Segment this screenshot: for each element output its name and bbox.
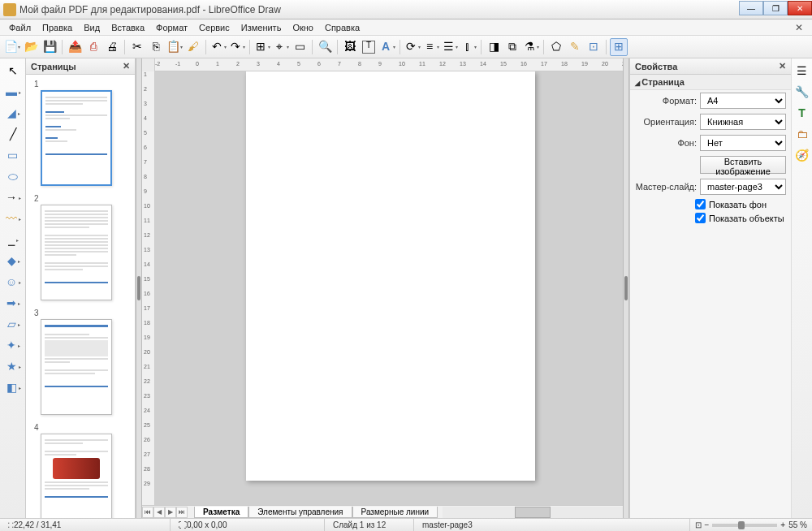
background-select[interactable]: Нет (700, 135, 786, 151)
symbol-shapes-tool[interactable]: ☺ (3, 273, 23, 291)
glue-points-button[interactable]: ⊡ (585, 38, 603, 56)
menu-tools[interactable]: Сервис (193, 21, 235, 34)
distribute-button[interactable]: ⫿ (460, 38, 477, 56)
page-thumb-1[interactable]: 1 (29, 80, 132, 186)
show-draw-functions-button[interactable]: ⊞ (610, 38, 628, 56)
export-pdf-button[interactable]: ⎙ (84, 38, 102, 56)
select-tool[interactable]: ↖ (3, 62, 23, 80)
menu-format[interactable]: Формат (150, 21, 193, 34)
splitter-right[interactable] (623, 58, 629, 518)
properties-panel-close-icon[interactable]: ✕ (779, 61, 786, 71)
fontwork-button[interactable]: A (378, 38, 396, 56)
save-button[interactable]: 💾 (41, 38, 58, 56)
sidebar-styles-icon[interactable]: T (793, 104, 812, 122)
page-thumb-3[interactable]: 3 (29, 309, 132, 415)
helplines-button[interactable]: ▭ (291, 38, 309, 56)
nav-next[interactable]: ▶ (165, 507, 176, 518)
nav-bar: ⏮ ◀ ▶ ⏭ Разметка Элементы управления Раз… (142, 505, 623, 518)
extrusion-button[interactable]: ⬠ (547, 38, 565, 56)
fill-color-tool[interactable]: ▬ (3, 83, 23, 101)
crop-button[interactable]: ⧉ (503, 38, 521, 56)
print-button[interactable]: 🖨 (103, 38, 121, 56)
nav-prev[interactable]: ◀ (153, 507, 165, 518)
scrollbar-horizontal[interactable] (443, 507, 623, 518)
show-objects-checkbox[interactable]: Показать объекты (695, 211, 791, 225)
master-select[interactable]: master-page3 (700, 179, 786, 195)
filter-button[interactable]: ⚗ (522, 38, 540, 56)
zoom-button[interactable]: 🔍 (316, 38, 334, 56)
menu-insert[interactable]: Вставка (106, 21, 150, 34)
flowchart-tool[interactable]: ▱ (3, 315, 23, 333)
section-page[interactable]: Страница (630, 75, 791, 90)
grid-button[interactable]: ⊞ (253, 38, 271, 56)
ruler-vertical: 1234567891011121314151617181920212223242… (142, 71, 155, 505)
arrange-button[interactable]: ☰ (441, 38, 459, 56)
sidebar-settings-icon[interactable]: ☰ (793, 62, 812, 80)
open-button[interactable]: 📂 (22, 38, 40, 56)
line-tool[interactable]: ╱ (3, 125, 23, 143)
connector-tool[interactable]: ⎯ (3, 231, 23, 248)
page-canvas[interactable] (246, 71, 535, 481)
splitter-left[interactable] (136, 58, 142, 518)
zoom-control[interactable]: ⊡ − + 55 % (690, 520, 812, 529)
edit-points-button[interactable]: ✎ (566, 38, 584, 56)
menu-window[interactable]: Окно (287, 21, 319, 34)
nav-last[interactable]: ⏭ (176, 507, 188, 518)
textbox-button[interactable]: T (360, 38, 378, 56)
redo-button[interactable]: ↷ (228, 38, 246, 56)
close-button[interactable]: ✕ (788, 1, 812, 15)
page-thumb-2[interactable]: 2 (29, 194, 132, 300)
arrow-tool[interactable]: → (3, 188, 23, 206)
menu-modify[interactable]: Изменить (235, 21, 287, 34)
rotate-button[interactable]: ⟳ (404, 38, 421, 56)
align-button[interactable]: ≡ (422, 38, 440, 56)
image-button[interactable]: 🖼 (341, 38, 359, 56)
nav-first[interactable]: ⏮ (142, 507, 153, 518)
copy-button[interactable]: ⎘ (147, 38, 165, 56)
tab-layout[interactable]: Разметка (194, 507, 248, 518)
sidebar-properties-icon[interactable]: 🔧 (793, 83, 812, 101)
status-master: master-page3 (414, 519, 690, 531)
menu-file[interactable]: Файл (3, 21, 37, 34)
maximize-button[interactable]: ❐ (763, 1, 788, 15)
block-arrows-tool[interactable]: ➡ (3, 294, 23, 312)
show-background-checkbox[interactable]: Показать фон (695, 197, 791, 211)
format-select[interactable]: A4 (700, 93, 786, 109)
export-button[interactable]: 📤 (66, 38, 84, 56)
rect-tool[interactable]: ▭ (3, 146, 23, 164)
menu-help[interactable]: Справка (319, 21, 365, 34)
sidebar-navigator-icon[interactable]: 🧭 (793, 146, 812, 164)
menu-view[interactable]: Вид (78, 21, 106, 34)
minimize-button[interactable]: — (739, 1, 763, 15)
zoom-out-icon[interactable]: − (705, 520, 710, 529)
pages-panel-close-icon[interactable]: ✕ (123, 61, 130, 71)
canvas[interactable] (155, 71, 623, 505)
sidebar-tabs: ☰ 🔧 T 🗀 🧭 (791, 58, 812, 518)
3d-tool[interactable]: ◧ (3, 378, 23, 396)
shadow-button[interactable]: ◨ (485, 38, 503, 56)
snap-button[interactable]: ⌖ (272, 38, 290, 56)
curve-tool[interactable]: 〰 (3, 209, 23, 227)
tab-dimlines[interactable]: Размерные линии (352, 507, 438, 518)
stars-tool[interactable]: ★ (3, 357, 23, 375)
menu-edit[interactable]: Правка (37, 21, 78, 34)
cut-button[interactable]: ✂ (128, 38, 146, 56)
zoom-slider[interactable] (712, 524, 777, 527)
paste-button[interactable]: 📋 (166, 38, 184, 56)
sidebar-gallery-icon[interactable]: 🗀 (793, 125, 812, 143)
line-color-tool[interactable]: ◢ (3, 104, 23, 122)
basic-shapes-tool[interactable]: ◆ (3, 252, 23, 270)
zoom-fit-icon[interactable]: ⊡ (695, 520, 702, 529)
app-icon (3, 3, 16, 16)
new-button[interactable]: 📄 (3, 38, 21, 56)
tab-controls[interactable]: Элементы управления (248, 507, 352, 518)
ellipse-tool[interactable]: ⬭ (3, 167, 23, 185)
orientation-select[interactable]: Книжная (700, 114, 786, 130)
zoom-in-icon[interactable]: + (780, 520, 785, 529)
callout-tool[interactable]: ✦ (3, 336, 23, 354)
insert-image-button[interactable]: Вставить изображение (700, 156, 786, 174)
page-thumb-4[interactable]: 4 (29, 423, 132, 518)
clone-button[interactable]: 🖌 (184, 38, 202, 56)
document-close-icon[interactable]: ✕ (789, 20, 809, 35)
undo-button[interactable]: ↶ (209, 38, 227, 56)
